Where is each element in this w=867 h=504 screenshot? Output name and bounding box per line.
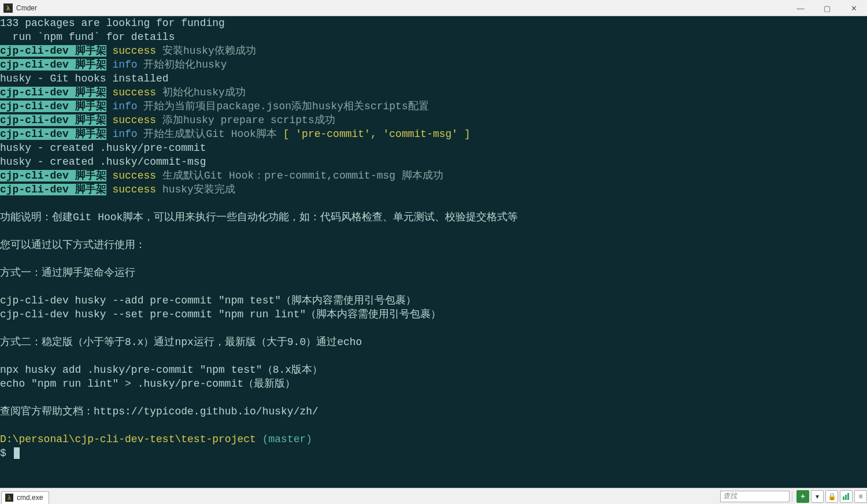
log-message: 开始初始化husky (143, 59, 227, 71)
menu-button[interactable]: ≡ (854, 490, 867, 503)
taskbar-button[interactable] (840, 490, 853, 503)
titlebar: λ Cmder — ▢ ✕ (0, 0, 867, 16)
svg-rect-2 (847, 493, 849, 500)
log-tag: cjp-cli-dev 脚手架 (0, 170, 106, 181)
log-level: success (112, 87, 156, 98)
app-icon: λ (3, 3, 13, 13)
terminal-line: cjp-cli-dev 脚手架 success 安装husky依赖成功 (0, 44, 867, 58)
log-tag: cjp-cli-dev 脚手架 (0, 87, 106, 98)
terminal-output[interactable]: 133 packages are looking for funding run… (0, 16, 867, 472)
terminal-line: run `npm fund` for details (0, 30, 867, 44)
terminal-line: echo "npm run lint" > .husky/pre-commit（… (0, 377, 867, 391)
new-tab-button[interactable]: ＋ (796, 490, 809, 503)
log-level: info (112, 128, 137, 140)
log-message: 初始化husky成功 (162, 87, 246, 98)
window-controls: — ▢ ✕ (787, 0, 867, 16)
statusbar: λ cmd.exe 查找 ＋ ▾ 🔒 ≡ (0, 488, 867, 504)
tab-label: cmd.exe (17, 494, 43, 502)
log-tag: cjp-cli-dev 脚手架 (0, 114, 106, 126)
log-level: info (112, 59, 137, 71)
cmd-icon: λ (5, 494, 13, 502)
log-level: success (112, 114, 156, 126)
terminal-line (0, 224, 867, 238)
log-message: 生成默认Git Hook：pre-commit,commit-msg 脚本成功 (162, 170, 443, 181)
terminal-line: cjp-cli-dev 脚手架 info 开始初始化husky (0, 58, 867, 72)
terminal-line: 方式一：通过脚手架命令运行 (0, 266, 867, 280)
hamburger-icon: ≡ (858, 492, 862, 501)
prompt-line: D:\personal\cjp-cli-dev-test\test-projec… (0, 432, 867, 446)
prompt-input-line[interactable]: $ (0, 446, 867, 460)
terminal-line: husky - created .husky/commit-msg (0, 155, 867, 169)
log-message: 开始为当前项目package.json添加husky相关scripts配置 (143, 101, 428, 112)
terminal-line: 133 packages are looking for funding (0, 16, 867, 30)
terminal-line: cjp-cli-dev 脚手架 success 生成默认Git Hook：pre… (0, 169, 867, 183)
separator (792, 491, 792, 502)
log-message: 开始生成默认Git Hook脚本 (143, 128, 283, 140)
log-tag: cjp-cli-dev 脚手架 (0, 128, 106, 140)
prompt-path: D:\personal\cjp-cli-dev-test\test-projec… (0, 433, 256, 445)
maximize-button[interactable]: ▢ (814, 0, 840, 16)
log-level: success (112, 45, 156, 57)
terminal-line (0, 349, 867, 363)
window-title: Cmder (16, 4, 37, 12)
close-button[interactable]: ✕ (840, 0, 867, 16)
terminal-line: 您可以通过以下方式进行使用： (0, 238, 867, 252)
log-message: 安装husky依赖成功 (162, 45, 256, 57)
plus-icon: ＋ (799, 491, 806, 501)
log-tag: cjp-cli-dev 脚手架 (0, 59, 106, 71)
terminal-line: cjp-cli-dev 脚手架 success husky安装完成 (0, 183, 867, 197)
terminal-line: husky - Git hooks installed (0, 72, 867, 86)
log-level: info (112, 101, 137, 112)
lock-icon: 🔒 (828, 492, 836, 501)
prompt-symbol: $ (0, 447, 13, 459)
log-tag: cjp-cli-dev 脚手架 (0, 101, 106, 112)
log-tag: cjp-cli-dev 脚手架 (0, 45, 106, 57)
terminal-line: 功能说明：创建Git Hook脚本，可以用来执行一些自动化功能，如：代码风格检查… (0, 210, 867, 224)
terminal-line: 查阅官方帮助文档：https://typicode.github.io/husk… (0, 405, 867, 418)
terminal-line: cjp-cli-dev 脚手架 success 添加husky prepare … (0, 113, 867, 127)
terminal-line (0, 252, 867, 266)
terminal-line: npx husky add .husky/pre-commit "npm tes… (0, 363, 867, 377)
log-level: success (112, 184, 156, 195)
bars-icon (842, 492, 850, 501)
terminal-line (0, 321, 867, 335)
terminal-line (0, 391, 867, 405)
search-placeholder: 查找 (723, 491, 737, 501)
lock-button[interactable]: 🔒 (825, 490, 838, 503)
terminal-line: cjp-cli-dev husky --add pre-commit "npm … (0, 294, 867, 307)
terminal-line: cjp-cli-dev 脚手架 info 开始为当前项目package.json… (0, 99, 867, 113)
chevron-down-icon: ▾ (816, 492, 819, 501)
log-message: husky安装完成 (162, 184, 235, 195)
terminal-line (0, 418, 867, 432)
terminal-line: 方式二：稳定版（小于等于8.x）通过npx运行，最新版（大于9.0）通过echo (0, 335, 867, 349)
terminal-line: cjp-cli-dev husky --set pre-commit "npm … (0, 307, 867, 321)
tab-cmd[interactable]: λ cmd.exe (1, 491, 49, 504)
terminal-line (0, 197, 867, 210)
terminal-line: cjp-cli-dev 脚手架 success 初始化husky成功 (0, 86, 867, 99)
cursor (14, 447, 20, 459)
log-level: success (112, 170, 156, 181)
dropdown-button[interactable]: ▾ (811, 490, 824, 503)
terminal-line (0, 280, 867, 294)
terminal-line: husky - created .husky/pre-commit (0, 141, 867, 155)
log-message: 添加husky prepare scripts成功 (162, 114, 335, 126)
search-input[interactable]: 查找 (720, 491, 790, 502)
log-tag: cjp-cli-dev 脚手架 (0, 184, 106, 195)
log-extra: [ 'pre-commit', 'commit-msg' ] (283, 128, 470, 140)
svg-rect-0 (843, 496, 844, 500)
terminal-line: cjp-cli-dev 脚手架 info 开始生成默认Git Hook脚本 [ … (0, 127, 867, 141)
svg-rect-1 (845, 495, 847, 500)
prompt-branch: (master) (256, 433, 312, 445)
minimize-button[interactable]: — (787, 0, 814, 16)
